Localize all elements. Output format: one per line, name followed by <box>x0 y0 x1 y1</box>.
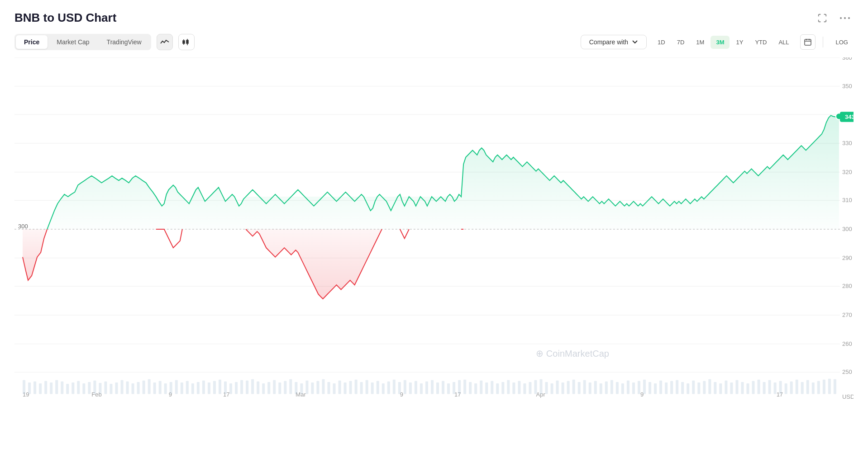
svg-rect-53 <box>44 381 47 394</box>
svg-text:330: 330 <box>842 140 852 146</box>
svg-rect-103 <box>316 381 319 394</box>
svg-rect-111 <box>360 382 363 394</box>
svg-rect-63 <box>99 383 101 394</box>
svg-text:280: 280 <box>842 283 852 289</box>
svg-rect-125 <box>436 382 439 394</box>
svg-rect-182 <box>746 383 749 394</box>
svg-rect-167 <box>665 382 668 394</box>
svg-rect-94 <box>267 382 270 394</box>
svg-text:343: 343 <box>845 113 854 120</box>
more-options-button[interactable] <box>836 15 854 21</box>
svg-rect-56 <box>61 382 63 394</box>
svg-rect-130 <box>463 380 466 394</box>
svg-rect-163 <box>643 380 646 394</box>
svg-text:USD: USD <box>842 393 854 400</box>
svg-rect-100 <box>300 383 303 394</box>
chart-container: BNB to USD Chart Price Market Cap Tradin… <box>0 0 868 408</box>
time-3m[interactable]: 3M <box>711 36 730 49</box>
chart-area: 360 350 340 330 320 310 300 290 280 270 … <box>14 57 854 401</box>
line-chart-button[interactable] <box>157 34 173 50</box>
svg-rect-161 <box>632 382 635 394</box>
svg-rect-145 <box>545 382 548 394</box>
fullscreen-button[interactable] <box>814 11 831 25</box>
svg-rect-115 <box>382 383 385 394</box>
tab-price[interactable]: Price <box>16 35 48 49</box>
svg-rect-198 <box>834 379 836 394</box>
svg-rect-166 <box>659 381 662 394</box>
tab-tradingview[interactable]: TradingView <box>99 35 150 49</box>
compare-with-button[interactable]: Compare with <box>581 35 647 49</box>
svg-rect-171 <box>687 383 689 394</box>
svg-rect-170 <box>681 382 684 394</box>
time-all[interactable]: ALL <box>773 36 794 49</box>
time-1d[interactable]: 1D <box>652 36 671 49</box>
calendar-button[interactable] <box>800 34 816 50</box>
svg-rect-126 <box>442 381 444 394</box>
svg-rect-188 <box>779 381 782 394</box>
svg-rect-195 <box>817 381 820 394</box>
svg-rect-151 <box>578 382 581 394</box>
svg-rect-116 <box>387 382 390 394</box>
svg-point-1 <box>844 17 846 19</box>
svg-rect-98 <box>289 379 292 394</box>
svg-point-0 <box>840 17 842 19</box>
svg-rect-102 <box>311 382 314 394</box>
candlestick-chart-button[interactable] <box>178 34 195 50</box>
svg-rect-85 <box>219 380 221 394</box>
svg-rect-89 <box>240 380 243 394</box>
svg-rect-174 <box>703 381 706 394</box>
svg-rect-149 <box>567 381 570 394</box>
svg-rect-65 <box>110 384 112 394</box>
svg-rect-72 <box>148 379 151 394</box>
svg-rect-84 <box>213 381 216 394</box>
svg-rect-173 <box>697 382 700 394</box>
svg-rect-179 <box>730 382 733 394</box>
time-ytd[interactable]: YTD <box>749 36 772 49</box>
svg-rect-186 <box>768 380 771 394</box>
svg-rect-196 <box>823 380 825 394</box>
svg-text:270: 270 <box>842 311 852 318</box>
time-1y[interactable]: 1Y <box>730 36 749 49</box>
svg-rect-105 <box>327 382 330 394</box>
svg-rect-127 <box>447 383 450 394</box>
compare-with-label: Compare with <box>589 38 628 46</box>
svg-text:350: 350 <box>842 83 852 90</box>
svg-rect-194 <box>812 382 815 394</box>
svg-rect-73 <box>153 382 156 394</box>
svg-rect-141 <box>523 383 526 394</box>
svg-rect-50 <box>28 382 31 394</box>
svg-rect-90 <box>246 381 248 394</box>
svg-rect-175 <box>708 379 711 394</box>
svg-rect-92 <box>257 382 259 394</box>
svg-rect-71 <box>143 381 145 394</box>
svg-text:300: 300 <box>842 226 852 232</box>
svg-rect-93 <box>262 383 265 394</box>
tab-market-cap[interactable]: Market Cap <box>48 35 97 49</box>
svg-rect-187 <box>774 382 777 394</box>
svg-rect-59 <box>77 381 80 394</box>
svg-rect-158 <box>616 382 619 394</box>
time-7d[interactable]: 7D <box>672 36 690 49</box>
time-1m[interactable]: 1M <box>691 36 710 49</box>
svg-text:250: 250 <box>842 368 852 375</box>
svg-rect-78 <box>181 382 183 394</box>
svg-rect-154 <box>594 381 597 394</box>
svg-rect-86 <box>224 382 227 394</box>
svg-rect-138 <box>507 380 510 394</box>
svg-rect-131 <box>469 382 472 394</box>
svg-rect-133 <box>480 381 482 394</box>
chart-title: BNB to USD Chart <box>14 11 116 25</box>
log-scale-button[interactable]: LOG <box>830 36 854 49</box>
svg-rect-88 <box>235 382 238 394</box>
svg-text:290: 290 <box>842 255 852 261</box>
svg-rect-120 <box>409 382 412 394</box>
toolbar-divider <box>823 37 823 47</box>
svg-rect-140 <box>518 381 520 394</box>
svg-rect-178 <box>725 381 727 394</box>
svg-rect-152 <box>583 380 586 394</box>
svg-rect-83 <box>208 382 210 394</box>
svg-rect-49 <box>23 380 25 394</box>
svg-rect-159 <box>621 383 624 394</box>
svg-rect-124 <box>431 380 434 394</box>
svg-rect-165 <box>654 383 657 394</box>
